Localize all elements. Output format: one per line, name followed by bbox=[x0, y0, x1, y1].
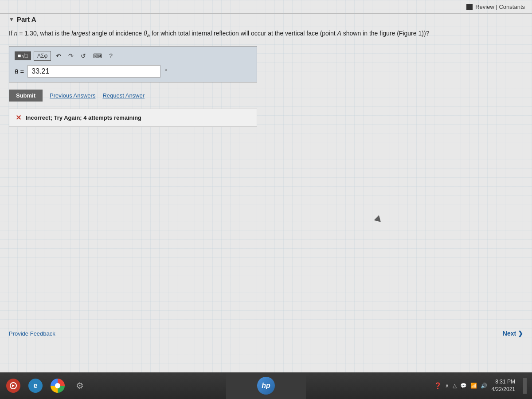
refresh-icon: ↺ bbox=[81, 52, 86, 59]
buttons-row: Submit Previous Answers Request Answer bbox=[9, 90, 523, 102]
answer-row: θ = ° bbox=[15, 65, 251, 78]
part-a-label: ▼ Part A bbox=[9, 16, 36, 23]
help-button[interactable]: ? bbox=[107, 51, 115, 60]
taskbar-right: ❓ ∧ △ 💬 📶 🔊 8:31 PM 4/22/2021 bbox=[434, 378, 527, 394]
toolbar: ■ √□ ΑΣφ ↶ ↷ ↺ ⌨ ? bbox=[15, 51, 251, 61]
part-a-title: Part A bbox=[17, 16, 36, 23]
taskbar-icons: e ⚙ bbox=[5, 378, 434, 394]
collapse-arrow-icon[interactable]: ▼ bbox=[9, 16, 14, 23]
clock-time: 8:31 PM bbox=[492, 378, 515, 386]
undo-icon: ↶ bbox=[56, 52, 61, 59]
previous-answers-button[interactable]: Previous Answers bbox=[50, 92, 95, 99]
show-desktop-button[interactable] bbox=[523, 378, 527, 394]
chrome-icon bbox=[51, 379, 65, 393]
review-constants-label: Review | Constants bbox=[475, 4, 525, 10]
review-icon bbox=[466, 4, 473, 10]
question-area: If n = 1.30, what is the largest angle o… bbox=[9, 29, 523, 127]
sqrt-button[interactable]: ■ √□ bbox=[15, 51, 31, 60]
clock-date: 4/22/2021 bbox=[492, 386, 515, 393]
cursor-indicator bbox=[374, 214, 382, 222]
refresh-button[interactable]: ↺ bbox=[78, 51, 88, 60]
undo-button[interactable]: ↶ bbox=[54, 51, 63, 60]
degree-symbol: ° bbox=[165, 68, 167, 74]
browser-icon-1[interactable]: e bbox=[27, 378, 43, 394]
keyboard-button[interactable]: ⌨ bbox=[91, 51, 104, 60]
top-bar: Review | Constants bbox=[459, 0, 532, 14]
system-tray: ❓ ∧ △ 💬 📶 🔊 bbox=[434, 382, 487, 389]
answer-box: ■ √□ ΑΣφ ↶ ↷ ↺ ⌨ ? bbox=[9, 46, 257, 82]
question-text: If n = 1.30, what is the largest angle o… bbox=[9, 29, 523, 39]
sigma-label: ΑΣφ bbox=[37, 53, 47, 59]
error-message: Incorrect; Try Again; 4 attempts remaini… bbox=[26, 114, 141, 121]
request-answer-button[interactable]: Request Answer bbox=[102, 92, 145, 99]
next-button[interactable]: Next ❯ bbox=[503, 330, 523, 337]
hp-logo-area: hp bbox=[226, 372, 306, 399]
sigma-button[interactable]: ΑΣφ bbox=[34, 51, 51, 61]
settings-icon-item[interactable]: ⚙ bbox=[72, 378, 88, 394]
top-divider bbox=[0, 13, 532, 14]
clock: 8:31 PM 4/22/2021 bbox=[492, 378, 515, 393]
sqrt-label: √□ bbox=[22, 53, 28, 59]
answer-input[interactable] bbox=[27, 65, 160, 78]
hp-logo: hp bbox=[257, 377, 275, 395]
question-tray-icon: ❓ bbox=[434, 382, 442, 389]
review-constants[interactable]: Review | Constants bbox=[466, 4, 525, 10]
gear-icon: ⚙ bbox=[76, 380, 84, 391]
help-icon: ? bbox=[109, 52, 113, 59]
chrome-icon-item[interactable] bbox=[50, 378, 66, 394]
sqrt-icon: ■ bbox=[18, 53, 21, 59]
start-icon bbox=[6, 379, 20, 393]
redo-button[interactable]: ↷ bbox=[66, 51, 76, 60]
start-button[interactable] bbox=[5, 378, 21, 394]
part-a-section: ▼ Part A bbox=[9, 16, 36, 23]
chat-icon: 💬 bbox=[460, 383, 467, 389]
wifi-icon: 📶 bbox=[470, 383, 477, 389]
provide-feedback-link[interactable]: Provide Feedback bbox=[9, 330, 55, 337]
browser-1-icon: e bbox=[28, 379, 43, 393]
volume-icon: 🔊 bbox=[481, 383, 487, 389]
taskbar: e ⚙ hp ❓ ∧ △ 💬 📶 🔊 8:31 PM 4/22/2021 bbox=[0, 372, 532, 399]
error-box: ✕ Incorrect; Try Again; 4 attempts remai… bbox=[9, 109, 257, 127]
error-icon: ✕ bbox=[16, 113, 21, 122]
theta-label: θ = bbox=[15, 68, 24, 75]
keyboard-icon: ⌨ bbox=[93, 52, 102, 59]
notification-icon: △ bbox=[453, 383, 457, 389]
submit-button[interactable]: Submit bbox=[9, 90, 43, 102]
redo-icon: ↷ bbox=[68, 52, 74, 59]
caret-icon: ∧ bbox=[445, 383, 449, 389]
